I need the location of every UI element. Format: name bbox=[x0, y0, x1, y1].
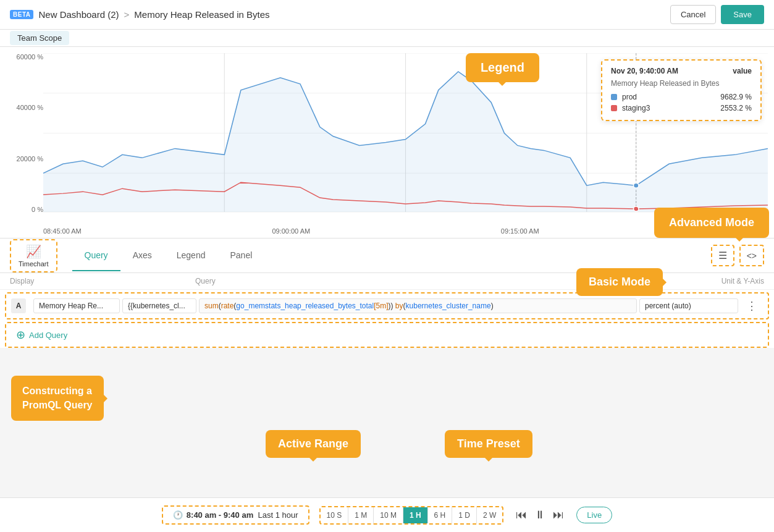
y-axis: 60000 % 40000 % 20000 % 0 % bbox=[6, 53, 43, 213]
cancel-button[interactable]: Cancel bbox=[670, 5, 716, 24]
legend-row-staging3: staging3 2553.2 % bbox=[611, 103, 752, 114]
legend-timestamp: Nov 20, 9:40:00 AM bbox=[611, 67, 678, 75]
legend-row-prod: prod 9682.9 % bbox=[611, 91, 752, 103]
tab-legend[interactable]: Legend bbox=[164, 240, 218, 271]
y-label-2: 20000 % bbox=[17, 155, 43, 163]
callout-advanced-mode: Advanced Mode bbox=[654, 208, 769, 238]
chart-legend-box: Nov 20, 9:40:00 AM value Memory Heap Rel… bbox=[601, 59, 762, 121]
legend-name-staging3: staging3 bbox=[622, 104, 715, 112]
beta-badge: BETA bbox=[10, 10, 33, 19]
breadcrumb-area: BETA New Dashboard (2) > Memory Heap Rel… bbox=[10, 9, 270, 20]
breadcrumb: New Dashboard (2) > Memory Heap Released… bbox=[38, 9, 269, 20]
legend-value-header: value bbox=[733, 67, 752, 75]
legend-val-prod: 9682.9 % bbox=[720, 93, 752, 101]
save-button[interactable]: Save bbox=[721, 5, 764, 24]
top-bar: BETA New Dashboard (2) > Memory Heap Rel… bbox=[0, 0, 774, 30]
add-query-row[interactable]: ⊕ Add Query bbox=[5, 322, 769, 348]
legend-dot-staging3 bbox=[611, 105, 617, 111]
viz-type-selector[interactable]: 📈 Timechart bbox=[10, 239, 57, 272]
query-row-outer: A Memory Heap Re... {{kubernetes_cl... s… bbox=[5, 292, 769, 319]
tab-right-buttons: ☰ <> bbox=[711, 245, 764, 266]
expr-sum: sum bbox=[204, 302, 219, 310]
breadcrumb-separator: > bbox=[124, 9, 130, 20]
basic-mode-button[interactable]: ☰ bbox=[711, 245, 734, 266]
y-label-3: 40000 % bbox=[17, 104, 43, 111]
code-mode-icon: <> bbox=[747, 251, 757, 261]
tab-axes[interactable]: Axes bbox=[120, 240, 164, 271]
query-unit[interactable]: percent (auto) bbox=[639, 298, 738, 313]
add-query-label: Add Query bbox=[29, 331, 67, 340]
x-label-3: 09:15:00 AM bbox=[501, 227, 539, 235]
legend-dot-prod bbox=[611, 94, 617, 100]
legend-metric-name: Memory Heap Released in Bytes bbox=[611, 79, 752, 88]
chart-area: 60000 % 40000 % 20000 % 0 % bbox=[0, 47, 774, 239]
svg-point-9 bbox=[633, 183, 639, 188]
tab-panel[interactable]: Panel bbox=[217, 240, 264, 271]
timechart-icon: 📈 bbox=[26, 244, 41, 259]
legend-val-staging3: 2553.2 % bbox=[720, 104, 752, 112]
query-more-button[interactable]: ⋮ bbox=[741, 299, 763, 313]
query-expression[interactable]: sum(rate(go_memstats_heap_released_bytes… bbox=[199, 298, 637, 313]
query-display-name[interactable]: Memory Heap Re... bbox=[33, 298, 120, 313]
query-col-display: Display bbox=[10, 277, 195, 285]
legend-name-prod: prod bbox=[622, 93, 715, 101]
callout-legend: Legend bbox=[466, 53, 539, 82]
x-label-1: 08:45:00 AM bbox=[43, 227, 82, 235]
query-row-a: A Memory Heap Re... {{kubernetes_cl... s… bbox=[6, 293, 768, 318]
svg-point-10 bbox=[633, 206, 639, 211]
query-letter-a: A bbox=[11, 298, 26, 313]
header-actions: Cancel Save bbox=[670, 5, 764, 24]
basic-mode-icon: ☰ bbox=[718, 250, 727, 261]
legend-header: Nov 20, 9:40:00 AM value bbox=[611, 67, 752, 75]
tab-query[interactable]: Query bbox=[72, 240, 120, 271]
breadcrumb-current: Memory Heap Released in Bytes bbox=[134, 9, 269, 20]
tabs-list: Query Axes Legend Panel bbox=[72, 240, 711, 271]
add-icon: ⊕ bbox=[16, 328, 25, 342]
x-label-2: 09:00:00 AM bbox=[272, 227, 310, 235]
callout-basic-mode: Basic Mode bbox=[576, 268, 663, 296]
scope-bar: Team Scope bbox=[0, 30, 774, 47]
y-label-4: 60000 % bbox=[17, 53, 43, 61]
code-mode-button[interactable]: <> bbox=[739, 245, 764, 266]
query-filter[interactable]: {{kubernetes_cl... bbox=[122, 298, 196, 313]
y-label-1: 0 % bbox=[32, 206, 43, 213]
breadcrumb-parent[interactable]: New Dashboard (2) bbox=[38, 9, 119, 20]
viz-type-label: Timechart bbox=[19, 260, 49, 268]
team-scope-tag[interactable]: Team Scope bbox=[10, 31, 69, 45]
